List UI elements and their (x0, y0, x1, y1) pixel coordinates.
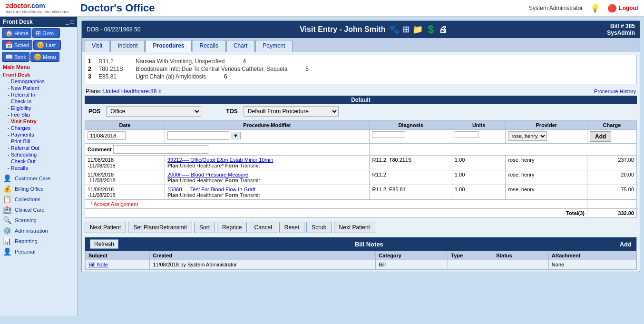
date-input[interactable] (88, 131, 126, 140)
bill-notes-refresh-button[interactable]: Refresh (90, 239, 118, 249)
sidebar-item-clinical-care[interactable]: 🏥 Clinical Care (0, 205, 77, 215)
col-status: Status (493, 251, 549, 260)
sidebar-item-reporting[interactable]: 📊 Reporting (0, 236, 77, 246)
col-diagnosis: Diagnosis (370, 121, 452, 130)
sidebar-link-new-patient[interactable]: - New Patient (0, 85, 77, 91)
units-input[interactable] (455, 131, 478, 138)
maximize-icon[interactable]: □ (71, 19, 74, 25)
book-button[interactable]: 📖 Book (2, 52, 29, 62)
plan-form-3: Plan:United Healthcare* Form Transmit (167, 192, 367, 198)
clinical-care-icon: 🏥 (3, 206, 12, 214)
sidebar-link-referral-out[interactable]: - Referral Out (0, 145, 77, 151)
sidebar-link-check-in[interactable]: - Check In (0, 98, 77, 105)
print-icon[interactable]: 🖨 (439, 25, 448, 35)
tab-incident[interactable]: Incident (110, 40, 145, 52)
accept-assignment-label: * Accept Assignment (88, 200, 141, 208)
goto-icon: ⊞ (36, 29, 41, 37)
comment-row: Comment (85, 144, 637, 156)
minimize-icon[interactable]: _ (66, 19, 69, 25)
next-patient-button-right[interactable]: Next Patient (334, 222, 375, 233)
sidebar-item-personal[interactable]: 👤 Personal (0, 246, 77, 257)
grid-icon[interactable]: ⊞ (402, 24, 410, 35)
set-plans-button[interactable]: Set Plans/Retransmit (128, 222, 192, 233)
sched-button[interactable]: 📅 Sched (2, 40, 32, 50)
diagnosis-input[interactable] (372, 131, 405, 138)
bill-notes-add-button[interactable]: Add (620, 241, 632, 248)
sidebar-link-visit-entry[interactable]: - Visit Entry (0, 118, 77, 125)
front-desk-label[interactable]: Front Desk (0, 70, 77, 78)
tab-recalls[interactable]: Recalls (193, 40, 225, 52)
sidebar-item-billing-office[interactable]: 💰 Billing Office (0, 184, 77, 194)
sidebar-link-fee-slip[interactable]: - Fee Slip (0, 111, 77, 118)
charge-row-2: 11/08/2018 -11/08/2018 2000F---- Blood P… (85, 170, 637, 185)
content-area: DOB - 06/22/1968 50 Visit Entry - John S… (78, 17, 644, 316)
topbar-left: 2doctor.com We turn Healthcare into Webc… (6, 2, 155, 14)
proc-link-3[interactable]: 15860---- Test For Blood Flow In Graft (167, 187, 255, 192)
sidebar-nav-row-2: 📅 Sched 😊 Last (0, 39, 77, 51)
sidebar-nav-row-3: 📖 Book 😊 Menu (0, 51, 77, 63)
sidebar-header: Front Desk _ □ (0, 17, 77, 27)
home-icon: 🏠 (5, 29, 13, 37)
sidebar-item-administration[interactable]: ⚙️ Administration (0, 226, 77, 236)
sidebar-link-referral-in[interactable]: - Referral In (0, 91, 77, 98)
sidebar-link-demographics[interactable]: - Demographics (0, 78, 77, 85)
logout-button[interactable]: 🔴 Logout (607, 4, 638, 13)
comment-input[interactable] (113, 145, 208, 154)
proc-link-2[interactable]: 2000F---- Blood Pressure Measure (167, 172, 248, 177)
tos-select[interactable]: Default From Procedure New Patient Estab… (244, 106, 339, 117)
sidebar-groups: 👤 Customer Care 💰 Billing Office 📋 Colle… (0, 173, 77, 257)
procedure-input[interactable] (167, 131, 229, 140)
next-patient-button-left[interactable]: Next Patient (85, 222, 126, 233)
system-admin-label: System Administrator (529, 5, 583, 11)
book-icon: 📖 (5, 53, 13, 60)
sort-button[interactable]: Sort (194, 222, 215, 233)
sidebar-header-icons: _ □ (66, 19, 74, 25)
default-label: Default (85, 96, 637, 104)
tab-payment[interactable]: Payment (255, 40, 292, 52)
tab-procedures[interactable]: Procedures (146, 40, 191, 52)
animal-icon: 🐾 (389, 24, 400, 35)
reprice-button[interactable]: Reprice (217, 222, 247, 233)
tab-visit[interactable]: Visit (85, 40, 109, 52)
tab-chart[interactable]: Chart (226, 40, 254, 52)
diag-row-2: 2 T80.211S Bloodstream Infct Due To Cent… (88, 66, 634, 72)
diagnoses-section: 1 R11.2 Nausea With Vomiting, Unspecifie… (85, 55, 637, 84)
sidebar-link-print-bill[interactable]: - Print Bill (0, 138, 77, 145)
topbar-right: System Administrator 💡 🔴 Logout (529, 4, 638, 13)
bill-notes-table: Subject Created Category Type Status Att… (85, 251, 636, 269)
goto-button[interactable]: ⊞ Goto (32, 28, 60, 38)
sidebar-link-payments[interactable]: - Payments (0, 131, 77, 138)
folder-icon[interactable]: 📁 (412, 24, 423, 35)
menu-button[interactable]: 😊 Menu (30, 52, 59, 62)
sidebar-item-customer-care[interactable]: 👤 Customer Care (0, 173, 77, 184)
dollar-icon[interactable]: 💲 (426, 24, 436, 35)
sidebar-link-scheduling[interactable]: - Scheduling (0, 151, 77, 158)
visit-title: Visit Entry - John Smith 🐾 ⊞ 📁 💲 🖨 (300, 24, 448, 35)
logout-icon: 🔴 (607, 4, 617, 13)
sidebar-title: Front Desk (3, 19, 33, 25)
last-button[interactable]: 😊 Last (33, 40, 61, 50)
sidebar-link-charges[interactable]: - Charges (0, 125, 77, 131)
cancel-button[interactable]: Cancel (249, 222, 277, 233)
date-cell (85, 130, 165, 144)
provider-select[interactable]: rose, henry (508, 131, 547, 141)
charge-units-3: 1.00 (452, 185, 506, 200)
reset-button[interactable]: Reset (279, 222, 304, 233)
pos-select[interactable]: Office Home Hospital Urgent Care (106, 106, 201, 117)
main-layout: Front Desk _ □ 🏠 Home ⊞ Goto 📅 Sched (0, 17, 644, 316)
home-button[interactable]: 🏠 Home (2, 28, 31, 38)
add-charge-button[interactable]: Add (590, 131, 611, 142)
charge-proc-3: 15860---- Test For Blood Flow In Graft P… (165, 185, 370, 200)
procedure-dropdown-btn[interactable]: ▼ (231, 132, 241, 139)
proc-link-1[interactable]: 99212---- Offic/Outpt E&m Estab Minor 10… (167, 157, 273, 163)
sidebar-link-eligibility[interactable]: - Eligibility (0, 105, 77, 111)
procedure-history-link[interactable]: Procedure History (594, 88, 636, 94)
plans-link[interactable]: United Healthcare:88 (103, 88, 158, 95)
sidebar-link-check-out[interactable]: - Check Out (0, 158, 77, 165)
sidebar-link-recalls[interactable]: - Recalls (0, 165, 77, 171)
bill-note-link[interactable]: Bill Note (88, 262, 108, 267)
sidebar-item-collections[interactable]: 📋 Collections (0, 194, 77, 205)
col-attachment: Attachment (548, 251, 636, 260)
scrub-button[interactable]: Scrub (306, 222, 332, 233)
sidebar-item-scanning[interactable]: 🔍 Scanning (0, 215, 77, 226)
